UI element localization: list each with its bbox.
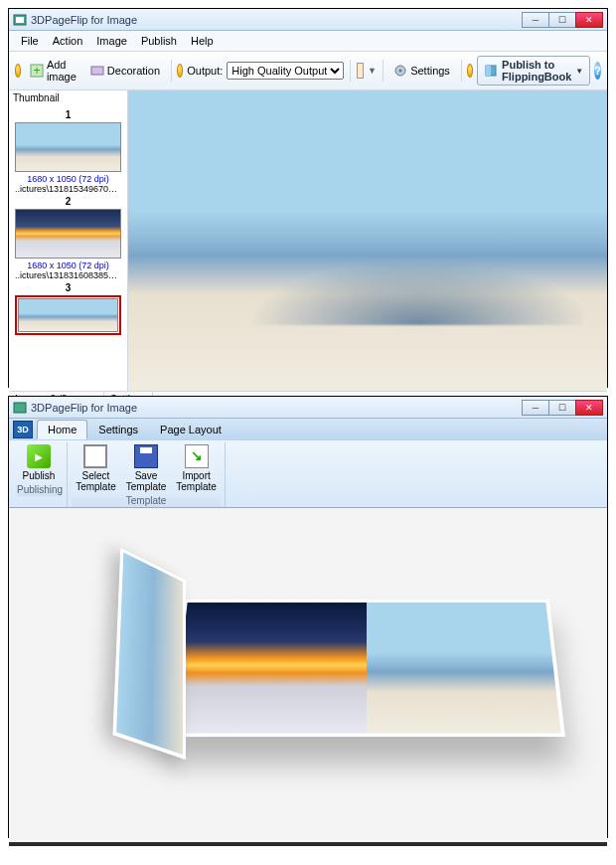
- thumb-dimensions: 1680 x 1050 (72 dpi): [15, 260, 121, 270]
- ribbon-tabs: 3D Home Settings Page Layout: [9, 419, 607, 440]
- editor-window: 3DPageFlip for Image ─ ☐ ✕ File Action I…: [8, 8, 608, 388]
- book-page-right: [367, 603, 561, 733]
- publish-button[interactable]: Publish to FlippingBook ▼: [477, 56, 590, 86]
- window-title: 3DPageFlip for Image: [31, 402, 522, 414]
- menu-file[interactable]: File: [15, 33, 45, 49]
- thumbnail-image[interactable]: [18, 298, 118, 332]
- output-label: Output:: [187, 65, 223, 77]
- thumbnail-header: Thumbnail: [9, 90, 127, 105]
- publish-label: Publish to FlippingBook: [502, 59, 571, 83]
- thumbnail-image[interactable]: [15, 122, 121, 172]
- menu-bar: File Action Image Publish Help: [9, 31, 607, 52]
- decoration-button[interactable]: Decoration: [85, 61, 165, 81]
- import-icon: [185, 444, 209, 468]
- save-template-button[interactable]: Save Template: [122, 442, 171, 494]
- close-button[interactable]: ✕: [575, 400, 603, 416]
- book-icon: [484, 64, 498, 78]
- thumb-index: 2: [15, 196, 121, 207]
- add-image-button[interactable]: + Add image: [25, 56, 81, 86]
- app-icon: [13, 13, 27, 27]
- thumb-filename: ..ictures\1318153496701.jpg: [15, 184, 121, 194]
- coin-icon: [467, 64, 473, 78]
- menu-image[interactable]: Image: [90, 33, 133, 49]
- tab-page-layout[interactable]: Page Layout: [149, 420, 232, 439]
- output-quality-select[interactable]: High Quality Output: [227, 62, 344, 80]
- ribbon-group-template: Select Template Save Template Import Tem…: [68, 442, 226, 507]
- svg-rect-1: [16, 17, 24, 23]
- menu-help[interactable]: Help: [185, 33, 220, 49]
- minimize-button[interactable]: ─: [522, 400, 549, 416]
- thumbnail-panel: Thumbnail 1 1680 x 1050 (72 dpi) ..ictur…: [9, 90, 128, 391]
- add-image-icon: +: [30, 64, 44, 78]
- select-template-button[interactable]: Select Template: [72, 442, 120, 494]
- maximize-button[interactable]: ☐: [548, 12, 576, 28]
- svg-rect-9: [14, 403, 26, 413]
- thumb-index: 3: [15, 282, 121, 293]
- toolbar: + Add image Decoration Output: High Qual…: [9, 52, 607, 90]
- player-toolbar: 3DPageFlip I◀ ◀ 2-3/4 ▶ ▶I 🔍 ▦ ▶ ◀ i ⎙ ⬇…: [9, 842, 607, 846]
- image-preview: [128, 90, 607, 391]
- tab-settings[interactable]: Settings: [87, 420, 149, 439]
- thumbnail-selected: [15, 295, 121, 335]
- close-button[interactable]: ✕: [575, 12, 603, 28]
- titlebar: 3DPageFlip for Image ─ ☐ ✕: [9, 397, 607, 419]
- chevron-down-icon[interactable]: ▼: [368, 66, 377, 76]
- book-viewer[interactable]: [9, 508, 607, 842]
- publish-icon: [27, 444, 51, 468]
- svg-point-6: [399, 70, 402, 73]
- ribbon-group-label: Template: [72, 494, 221, 507]
- chevron-down-icon: ▼: [575, 67, 583, 76]
- svg-text:+: +: [33, 64, 40, 78]
- svg-rect-8: [486, 66, 491, 76]
- template-icon: [83, 444, 107, 468]
- minimize-button[interactable]: ─: [522, 12, 549, 28]
- help-button[interactable]: ?: [594, 62, 601, 80]
- window-title: 3DPageFlip for Image: [31, 14, 522, 26]
- thumb-index: 1: [15, 109, 121, 120]
- coin-icon: [177, 64, 183, 78]
- book-page-left: [172, 603, 367, 733]
- ribbon-group-publishing: Publish Publishing: [13, 442, 68, 507]
- settings-button[interactable]: Settings: [388, 61, 455, 81]
- publish-button[interactable]: Publish: [17, 442, 61, 483]
- settings-label: Settings: [410, 65, 450, 77]
- app-icon: [13, 401, 27, 415]
- viewer-window: 3DPageFlip for Image ─ ☐ ✕ 3D Home Setti…: [8, 396, 608, 838]
- flipping-page: [112, 548, 186, 760]
- thumbnail-image[interactable]: [15, 209, 121, 259]
- decoration-icon: [90, 64, 104, 78]
- ribbon: Publish Publishing Select Template Save …: [9, 440, 607, 508]
- thumb-filename: ..ictures\1318316083853.jpg: [15, 270, 121, 280]
- app-menu-button[interactable]: 3D: [13, 421, 33, 438]
- gear-icon: [393, 64, 407, 78]
- maximize-button[interactable]: ☐: [548, 400, 576, 416]
- menu-action[interactable]: Action: [47, 33, 89, 49]
- import-template-button[interactable]: Import Template: [172, 442, 221, 494]
- ribbon-group-label: Publishing: [17, 483, 63, 496]
- titlebar: 3DPageFlip for Image ─ ☐ ✕: [9, 9, 607, 31]
- menu-publish[interactable]: Publish: [135, 33, 183, 49]
- decoration-label: Decoration: [107, 65, 160, 77]
- page-color-swatch[interactable]: [357, 63, 364, 79]
- thumb-dimensions: 1680 x 1050 (72 dpi): [15, 174, 121, 184]
- add-image-label: Add image: [47, 59, 77, 83]
- tab-home[interactable]: Home: [37, 420, 87, 439]
- coin-icon: [15, 64, 21, 78]
- svg-rect-4: [91, 67, 103, 75]
- save-icon: [134, 444, 158, 468]
